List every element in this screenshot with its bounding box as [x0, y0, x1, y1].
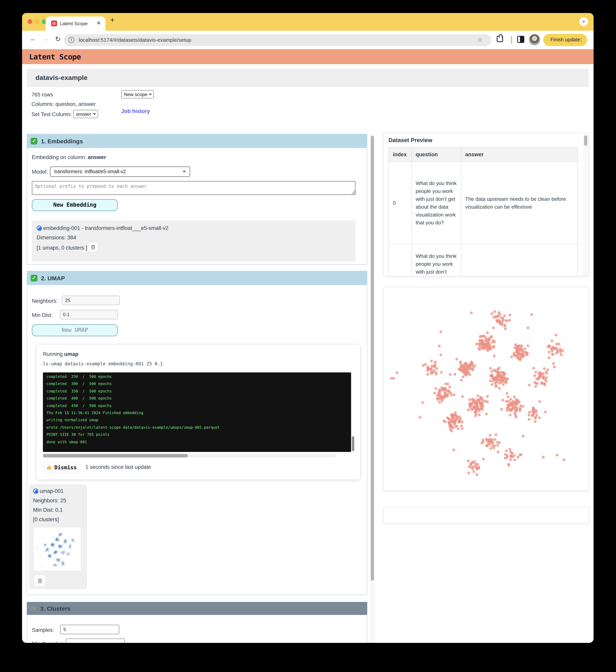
tab-latent-scope[interactable]: G Latent Scope ✕ — [46, 17, 105, 31]
empty-panel — [383, 507, 589, 524]
profile-avatar[interactable] — [529, 34, 540, 45]
table-header-row: index question answer — [389, 147, 578, 162]
neighbors-label: Neighbors: — [32, 298, 58, 304]
trash-icon — [90, 244, 95, 249]
thumbs-up-icon — [47, 465, 52, 470]
min-samples-input[interactable] — [66, 639, 125, 643]
umap-job-card: Running umap ls-umap datavis-example emb… — [37, 345, 360, 479]
job-history-link[interactable]: Job history — [121, 108, 150, 114]
url-text[interactable]: localhost:5174/#/datasets/datavis-exampl… — [79, 37, 191, 43]
dismiss-button[interactable]: Dismiss — [43, 461, 81, 473]
chevron-down-icon — [93, 113, 96, 115]
left-column-scrollbar-thumb[interactable] — [371, 136, 374, 581]
min-dist-label: Min Dist: — [32, 312, 53, 318]
new-tab-button[interactable]: + — [110, 16, 115, 24]
cell-question: What do you think people you work with j… — [412, 244, 461, 276]
section-umap-title: 2. UMAP — [41, 275, 65, 281]
samples-input[interactable] — [60, 625, 119, 634]
browser-tab-strip: G Latent Scope ✕ + v — [22, 13, 594, 31]
model-label: Model: — [32, 169, 48, 175]
address-bar[interactable]: i localhost:5174/#/datasets/datavis-exam… — [64, 34, 491, 46]
traffic-close-icon[interactable] — [28, 19, 32, 24]
umap-radio[interactable] — [33, 489, 38, 494]
chevron-down-icon — [183, 171, 186, 172]
dataset-preview-card: Dataset Preview index question answer 0 … — [383, 133, 589, 276]
section-embeddings-header: ✓ 1. Embeddings — [27, 134, 367, 148]
model-select-value: transformers: intfloat/e5-small-v2 — [54, 169, 126, 174]
preview-scrollbar-thumb[interactable] — [584, 135, 587, 146]
columns-list: Columns: question, answer — [31, 101, 96, 107]
row-count: 765 rows — [31, 92, 53, 98]
cell-question: What do you think people you work with j… — [412, 162, 461, 244]
terminal-vertical-scrollbar[interactable] — [352, 436, 354, 451]
favicon-icon: G — [51, 20, 57, 26]
section-embeddings-title: 1. Embeddings — [41, 138, 83, 144]
samples-label: Samples: — [32, 627, 54, 633]
set-text-column-label: Set Text Column: — [31, 111, 72, 117]
dataset-preview-title: Dataset Preview — [388, 137, 432, 143]
check-icon: ✓ — [31, 138, 37, 144]
new-scope-value: New scope — [124, 92, 147, 97]
text-column-select[interactable]: answer — [73, 110, 98, 118]
reload-icon[interactable]: ↻ — [55, 35, 61, 43]
bookmark-star-icon[interactable]: ☆ — [477, 36, 483, 43]
section-clusters-header: ☞ 3. Clusters — [27, 602, 367, 615]
tab-search-chevron-icon[interactable]: v — [579, 17, 588, 26]
neighbors-input[interactable] — [62, 296, 120, 305]
side-panel-icon[interactable] — [517, 36, 524, 43]
back-icon[interactable]: ← — [30, 35, 37, 43]
text-column-value: answer — [76, 111, 91, 117]
finish-update-button[interactable]: Finish update ⋮ — [543, 34, 587, 46]
left-column-scrollbar-track[interactable] — [370, 134, 375, 643]
screen: G Latent Scope ✕ + v ← → ↻ i localhost:5… — [0, 0, 616, 672]
job-running-label: Running — [43, 351, 64, 357]
embedding-result-card: embedding-001 - transformers-intfloat___… — [32, 220, 355, 262]
embedding-name: embedding-001 - transformers-intfloat___… — [43, 225, 168, 231]
dismiss-label: Dismiss — [54, 464, 77, 470]
new-embedding-button[interactable]: New Embedding — [32, 199, 118, 211]
prefix-input[interactable] — [32, 181, 355, 195]
umap-scatter-plot — [384, 287, 588, 491]
site-info-icon[interactable]: i — [68, 37, 74, 43]
embedding-usage: [1 umaps, 0 clusters ] — [37, 245, 87, 251]
umap-neighbors: Neighbors: 25 — [33, 498, 66, 504]
forward-icon[interactable]: → — [43, 35, 49, 43]
cell-answer — [461, 244, 578, 276]
delete-umap-button[interactable] — [34, 575, 46, 587]
finish-update-label: Finish update — [550, 37, 580, 43]
browser-window: G Latent Scope ✕ + v ← → ↻ i localhost:5… — [22, 13, 594, 643]
umap-result-card: umap-001 Neighbors: 25 Min Dist: 0.1 [0 … — [29, 484, 87, 589]
traffic-minimize-icon[interactable] — [35, 19, 39, 24]
embedding-radio[interactable] — [37, 226, 42, 231]
embedding-on-column-value: answer — [88, 154, 106, 160]
umap-scatter-card — [383, 287, 589, 491]
job-terminal: completed 250 / 500 epochs completed 300… — [43, 372, 351, 452]
new-umap-button[interactable]: New UMAP — [32, 324, 118, 336]
job-running-name: umap — [64, 351, 78, 357]
cell-index — [389, 244, 412, 276]
new-scope-select[interactable]: New scope — [121, 90, 154, 98]
tab-close-icon[interactable]: ✕ — [96, 20, 101, 26]
section-clusters-title: 3. Clusters — [40, 605, 70, 612]
job-command: ls-umap datavis-example embedding-001 25… — [43, 361, 163, 367]
umap-thumbnail — [34, 528, 81, 570]
umap-name: umap-001 — [40, 488, 64, 494]
cell-index: 0 — [389, 162, 412, 244]
umap-min-dist: Min Dist: 0.1 — [33, 507, 63, 513]
section-embeddings-body: Embedding on column: answer Model: trans… — [27, 148, 367, 265]
terminal-horizontal-scrollbar[interactable] — [43, 454, 336, 457]
column-header-answer: answer — [461, 147, 578, 162]
preview-scrollbar-track[interactable] — [583, 133, 588, 276]
terminal-scroll-thumb[interactable] — [43, 454, 188, 457]
last-update-text: 1 seconds since last update — [85, 464, 151, 470]
table-row: What do you think people you work with j… — [389, 244, 578, 276]
extensions-icon[interactable] — [497, 36, 503, 42]
embedding-on-column-label: Embedding on column: — [32, 154, 88, 160]
umap-clusters-count: [0 clusters] — [33, 516, 59, 522]
dataset-preview-table: index question answer 0 What do you thin… — [388, 147, 578, 276]
min-dist-input[interactable] — [60, 310, 118, 319]
app-header: Latent Scope — [22, 49, 594, 64]
delete-embedding-button[interactable] — [88, 242, 98, 252]
model-select[interactable]: transformers: intfloat/e5-small-v2 — [50, 167, 190, 177]
terminal-output: completed 250 / 500 epochs completed 300… — [46, 373, 351, 446]
